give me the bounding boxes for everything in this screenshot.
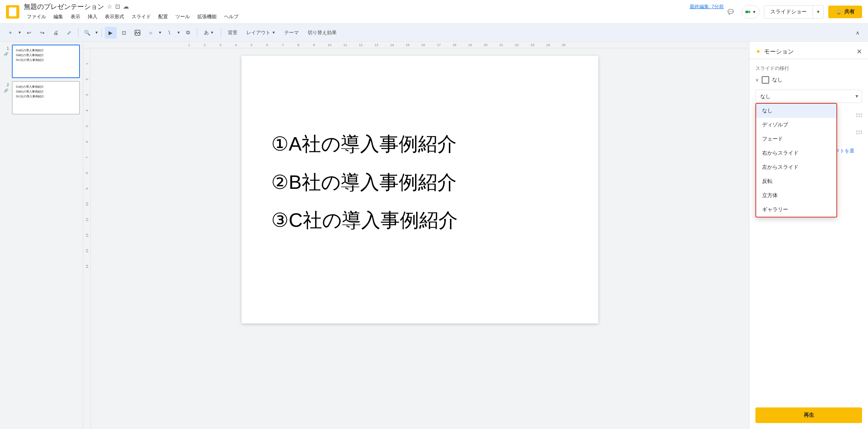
svg-point-3 — [136, 31, 137, 32]
ruler-ticks: 1 2 3 4 5 6 7 8 9 10 11 12 13 14 15 16 1… — [181, 43, 571, 47]
slideshow-label: スライドショー — [764, 6, 813, 18]
doc-title: 無題のプレゼンテーション — [24, 2, 104, 11]
text-input-btn[interactable]: あ ▼ — [200, 27, 218, 39]
comment-button[interactable]: 💬 — [724, 5, 737, 19]
ruler-tick: 6 — [259, 43, 275, 47]
dropdown-item-fade[interactable]: フェード — [756, 132, 836, 146]
vertical-ruler: 1 2 3 4 5 6 7 8 9 10 11 12 13 14 — [83, 48, 91, 429]
redo-button[interactable]: ↪ — [36, 27, 48, 39]
expand-icon[interactable]: ∨ — [755, 77, 759, 83]
slideshow-dropdown-arrow[interactable]: ▼ — [813, 6, 823, 17]
ruler-tick: 11 — [337, 43, 353, 47]
ruler-tick: 16 — [415, 43, 431, 47]
share-label: 共有 — [844, 9, 855, 15]
dropdown-item-slide-right[interactable]: 右からスライド — [756, 146, 836, 160]
line-button[interactable]: \ — [163, 27, 175, 39]
main-layout: 1 🔗 ①A社の導入事例紹介②B社の導入事例紹介③C社の導入事例紹介 2 🔗 ①… — [0, 42, 868, 429]
menu-slide[interactable]: スライド — [129, 12, 154, 22]
comment-tb-button[interactable]: ⧉ — [182, 27, 194, 39]
top-right-buttons: 💬 ▼ スライドショー ▼ 🔒 共有 — [724, 5, 862, 19]
add-button[interactable]: ＋ — [4, 27, 16, 39]
transition-btn[interactable]: 切り替え効果 — [304, 27, 340, 39]
panel-close-button[interactable]: ✕ — [856, 48, 862, 56]
slide-thumb-text-1: ①A社の導入事例紹介②B社の導入事例紹介③C社の導入事例紹介 — [16, 48, 76, 62]
canvas-area: 1 2 3 4 5 6 7 8 9 10 11 12 13 14 15 16 1… — [83, 42, 749, 429]
shape-button[interactable]: ○ — [145, 27, 157, 39]
anim-drag-handle-2[interactable] — [856, 130, 862, 134]
print-button[interactable]: 🖨 — [50, 27, 62, 39]
theme-btn[interactable]: テーマ — [281, 27, 302, 39]
play-button[interactable]: 再生 — [755, 407, 862, 423]
dropdown-item-gallery[interactable]: ギャラリー — [756, 203, 836, 217]
menu-help[interactable]: ヘルプ — [221, 12, 242, 22]
menu-arrange[interactable]: 配置 — [155, 12, 171, 22]
slide-thumb-2[interactable]: 2 🔗 ①A社の導入事例紹介②B社の導入事例紹介③C社の導入事例紹介 — [3, 81, 80, 114]
dropdown-item-flip[interactable]: 反転 — [756, 174, 836, 188]
toolbar-collapse[interactable]: ∧ — [852, 27, 864, 39]
image-button[interactable] — [132, 27, 143, 39]
paint-format-button[interactable]: ⤢ — [63, 27, 75, 39]
textbox-button[interactable]: ⊡ — [118, 27, 130, 39]
zoom-button[interactable]: 🔍 — [81, 27, 93, 39]
slide-num-1: 1 — [3, 45, 9, 51]
ruler-tick: 8 — [291, 43, 306, 47]
menu-format[interactable]: 表示形式 — [102, 12, 127, 22]
separator-1 — [78, 28, 78, 37]
dropdown-item-cube[interactable]: 立方体 — [756, 188, 836, 203]
canvas-scroll[interactable]: ①A社の導入事例紹介 ②B社の導入事例紹介 ③C社の導入事例紹介 — [91, 48, 749, 429]
panel-header: ✦ モーション ✕ — [749, 42, 868, 59]
meet-button[interactable]: ▼ — [742, 5, 760, 19]
undo-button[interactable]: ↩ — [23, 27, 35, 39]
transition-select[interactable]: なし ディゾルブ フェード 右からスライド 左からスライド 反転 立方体 ギャラ… — [755, 90, 862, 103]
slide-thumb-1[interactable]: 1 🔗 ①A社の導入事例紹介②B社の導入事例紹介③C社の導入事例紹介 — [3, 45, 80, 78]
background-btn[interactable]: 背景 — [224, 27, 241, 39]
panel-body: スライドの移行 ∨ なし なし ディゾルブ フェード 右からスライド 左からスラ… — [749, 59, 868, 404]
menu-insert[interactable]: 挿入 — [85, 12, 100, 22]
svg-marker-1 — [748, 10, 750, 13]
ruler-tick: 14 — [384, 43, 400, 47]
slide-line-2: ②B社の導入事例紹介 — [271, 171, 569, 194]
slide-preview-2: ①A社の導入事例紹介②B社の導入事例紹介③C社の導入事例紹介 — [12, 81, 80, 114]
cursor-button[interactable]: ▶ — [105, 27, 117, 39]
ruler-tick: 4 — [228, 43, 244, 47]
collapse-btn[interactable]: ∧ — [852, 27, 864, 39]
ruler-tick: 21 — [493, 43, 509, 47]
ruler-tick: 17 — [431, 43, 447, 47]
dropdown-item-slide-left[interactable]: 左からスライド — [756, 160, 836, 174]
slide-line-1: ①A社の導入事例紹介 — [271, 132, 569, 155]
slide-panel: 1 🔗 ①A社の導入事例紹介②B社の導入事例紹介③C社の導入事例紹介 2 🔗 ①… — [0, 42, 83, 429]
menu-view[interactable]: 表示 — [68, 12, 83, 22]
separator-3 — [197, 28, 197, 37]
star-icon[interactable]: ☆ — [107, 3, 112, 10]
menu-bar: ファイル 編集 表示 挿入 表示形式 スライド 配置 ツール 拡張機能 ヘルプ — [24, 12, 724, 22]
dropdown-item-dissolve[interactable]: ディゾルブ — [756, 118, 836, 132]
separator-2 — [101, 28, 102, 37]
title-area: 無題のプレゼンテーション ☆ ⊡ ☁ 最終編集: 7分前 ファイル 編集 表示 … — [24, 2, 724, 22]
ruler-tick: 10 — [322, 43, 337, 47]
slideshow-button[interactable]: スライドショー ▼ — [764, 5, 824, 19]
copy-icon[interactable]: ⊡ — [115, 3, 120, 10]
ruler-tick: 19 — [462, 43, 478, 47]
horizontal-ruler: 1 2 3 4 5 6 7 8 9 10 11 12 13 14 15 16 1… — [83, 42, 749, 48]
ruler-tick: 9 — [306, 43, 322, 47]
menu-extensions[interactable]: 拡張機能 — [194, 12, 220, 22]
anim-drag-handle-1[interactable] — [856, 113, 862, 117]
slide-preview-1: ①A社の導入事例紹介②B社の導入事例紹介③C社の導入事例紹介 — [12, 45, 80, 78]
cloud-icon[interactable]: ☁ — [123, 3, 129, 10]
slide-thumb-text-2: ①A社の導入事例紹介②B社の導入事例紹介③C社の導入事例紹介 — [16, 85, 76, 99]
ruler-tick: 25 — [556, 43, 571, 47]
menu-file[interactable]: ファイル — [24, 12, 49, 22]
menu-edit[interactable]: 編集 — [51, 12, 66, 22]
layout-btn[interactable]: レイアウト ▼ — [243, 27, 279, 39]
app-icon — [6, 5, 19, 19]
last-edit[interactable]: 最終編集: 7分前 — [690, 3, 724, 10]
slide-line-3: ③C社の導入事例紹介 — [271, 209, 569, 232]
link-icon-2: 🔗 — [4, 88, 8, 93]
slide-canvas[interactable]: ①A社の導入事例紹介 ②B社の導入事例紹介 ③C社の導入事例紹介 — [242, 56, 598, 323]
dropdown-item-none[interactable]: なし — [756, 104, 836, 118]
right-panel: ✦ モーション ✕ スライドの移行 ∨ なし なし ディゾルブ フェード 右から… — [749, 42, 868, 429]
share-button[interactable]: 🔒 共有 — [828, 6, 862, 18]
menu-tools[interactable]: ツール — [172, 12, 193, 22]
section-slide-transition: スライドの移行 — [755, 65, 862, 72]
ruler-tick: 2 — [197, 43, 213, 47]
